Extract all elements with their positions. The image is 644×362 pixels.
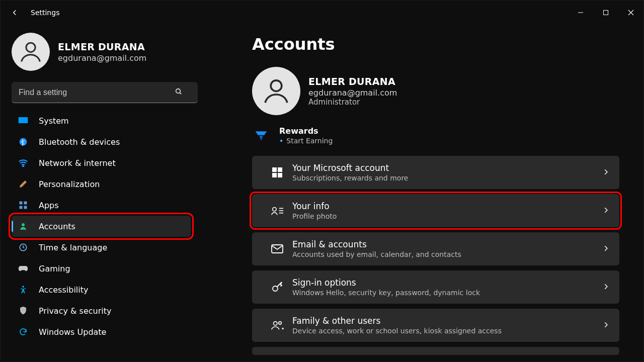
gamepad-icon <box>18 265 29 272</box>
sidebar-item-label: System <box>39 116 69 126</box>
chevron-right-icon <box>602 206 609 216</box>
card-family-other-users[interactable]: Family & other users Device access, work… <box>252 309 619 342</box>
card-your-info[interactable]: Your info Profile photo <box>252 194 619 227</box>
person-icon <box>18 222 29 231</box>
search-icon <box>175 87 183 98</box>
sidebar-item-label: Accounts <box>39 222 75 231</box>
avatar-icon <box>12 33 50 71</box>
window-title: Settings <box>31 9 59 17</box>
sidebar-item-accounts[interactable]: Accounts <box>12 216 191 237</box>
card-title: Sign-in options <box>292 278 602 288</box>
main-content: Accounts ELMER DURANA egdurana@gmail.com… <box>202 25 643 362</box>
rewards-sub: •Start Earning <box>279 137 333 145</box>
sidebar-profile[interactable]: ELMER DURANA egdurana@gmail.com <box>12 33 191 71</box>
key-icon <box>266 281 288 293</box>
card-sub: Accounts used by email, calendar, and co… <box>292 250 602 258</box>
shield-icon <box>18 306 29 315</box>
svg-rect-16 <box>272 167 277 172</box>
sidebar-item-apps[interactable]: Apps <box>12 195 191 216</box>
svg-rect-5 <box>19 117 28 123</box>
titlebar: Settings <box>1 1 643 25</box>
card-sub: Profile photo <box>292 212 602 220</box>
monitor-icon <box>18 117 29 125</box>
paintbrush-icon <box>18 179 29 189</box>
chevron-right-icon <box>602 168 609 177</box>
sidebar-item-network[interactable]: Network & internet <box>12 152 191 173</box>
window-controls <box>568 4 643 22</box>
wifi-icon <box>18 159 29 167</box>
card-title: Your Microsoft account <box>292 163 602 173</box>
minimize-button[interactable] <box>568 4 593 22</box>
card-microsoft-account[interactable]: Your Microsoft account Subscriptions, re… <box>252 156 619 189</box>
account-email: egdurana@gmail.com <box>308 88 397 98</box>
svg-point-27 <box>279 322 282 325</box>
sidebar-item-time-language[interactable]: Time & language <box>12 237 191 258</box>
back-button[interactable] <box>8 6 22 20</box>
svg-rect-19 <box>278 173 282 177</box>
sidebar-item-label: Network & internet <box>39 158 116 168</box>
svg-point-2 <box>26 43 35 52</box>
sidebar-item-label: Apps <box>39 201 59 210</box>
account-name: ELMER DURANA <box>308 76 397 87</box>
svg-point-12 <box>22 223 25 226</box>
svg-rect-11 <box>24 206 27 209</box>
sidebar-item-label: Personalization <box>39 179 100 189</box>
person-card-icon <box>266 205 288 216</box>
svg-rect-10 <box>20 206 23 209</box>
account-profile: ELMER DURANA egdurana@gmail.com Administ… <box>252 67 623 115</box>
svg-point-26 <box>274 322 277 325</box>
mail-icon <box>266 244 288 253</box>
card-cutoff[interactable] <box>252 347 619 355</box>
sidebar-item-label: Windows Update <box>39 327 106 337</box>
sidebar-item-system[interactable]: System <box>12 110 191 131</box>
page-title: Accounts <box>252 35 623 54</box>
search-input[interactable] <box>12 82 198 103</box>
card-sign-in-options[interactable]: Sign-in options Windows Hello, security … <box>252 270 619 304</box>
account-role: Administrator <box>308 98 397 107</box>
rewards-title: Rewards <box>279 126 333 136</box>
card-title: Family & other users <box>292 316 602 326</box>
sidebar-item-windows-update[interactable]: Windows Update <box>12 321 191 342</box>
sidebar-item-privacy-security[interactable]: Privacy & security <box>12 300 191 321</box>
sidebar-item-label: Gaming <box>39 264 70 274</box>
clock-globe-icon <box>18 243 29 252</box>
refresh-icon <box>18 327 29 336</box>
svg-point-3 <box>176 89 181 94</box>
maximize-button[interactable] <box>593 4 618 22</box>
sidebar-item-label: Privacy & security <box>39 306 111 316</box>
people-plus-icon <box>266 320 288 331</box>
card-sub: Device access, work or school users, kio… <box>292 327 602 335</box>
bluetooth-icon <box>18 137 29 146</box>
accessibility-icon <box>18 285 29 294</box>
svg-rect-0 <box>578 13 583 13</box>
profile-email: egdurana@gmail.com <box>58 53 146 63</box>
card-sub: Subscriptions, rewards and more <box>292 174 602 182</box>
rewards-icon <box>252 126 270 143</box>
card-email-accounts[interactable]: Email & accounts Accounts used by email,… <box>252 232 619 265</box>
svg-point-14 <box>22 286 24 288</box>
svg-point-20 <box>273 208 276 211</box>
card-sub: Windows Hello, security key, password, d… <box>292 289 602 297</box>
sidebar-item-bluetooth[interactable]: Bluetooth & devices <box>12 131 191 152</box>
sidebar-item-gaming[interactable]: Gaming <box>12 258 191 279</box>
svg-rect-17 <box>278 167 282 172</box>
avatar-icon <box>252 67 300 115</box>
card-title: Email & accounts <box>292 239 602 249</box>
svg-point-7 <box>23 165 24 167</box>
profile-name: ELMER DURANA <box>58 41 146 52</box>
chevron-right-icon <box>602 321 609 330</box>
svg-rect-1 <box>604 11 608 15</box>
sidebar-item-label: Accessibility <box>39 285 88 295</box>
svg-rect-9 <box>24 202 27 205</box>
sidebar-item-accessibility[interactable]: Accessibility <box>12 279 191 300</box>
rewards-block[interactable]: Rewards •Start Earning <box>252 126 623 145</box>
sidebar: ELMER DURANA egdurana@gmail.com System B… <box>1 25 202 362</box>
close-button[interactable] <box>618 4 643 22</box>
sidebar-item-personalization[interactable]: Personalization <box>12 173 191 195</box>
svg-rect-18 <box>272 173 277 177</box>
chevron-right-icon <box>602 283 609 292</box>
apps-icon <box>18 201 29 210</box>
sidebar-item-label: Time & language <box>39 243 107 252</box>
sidebar-item-label: Bluetooth & devices <box>39 137 120 147</box>
svg-rect-8 <box>20 202 23 205</box>
